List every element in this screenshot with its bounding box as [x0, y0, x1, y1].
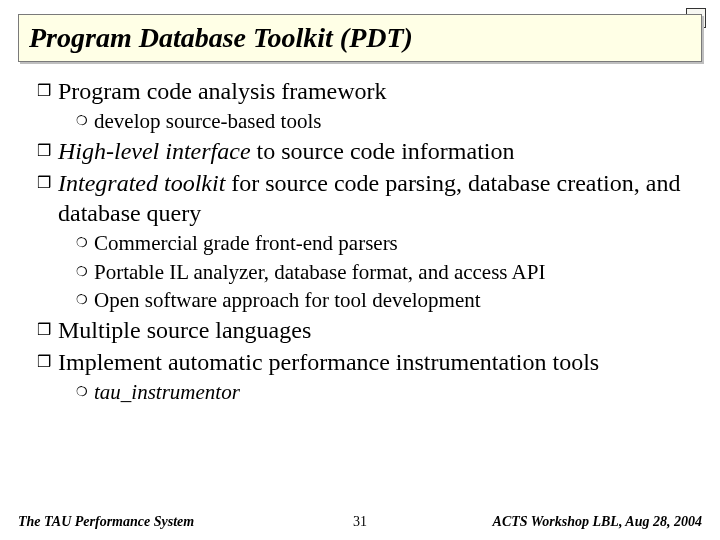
- sub-bullet-text: Portable IL analyzer, database format, a…: [94, 259, 692, 286]
- sub-bullet-item: ❍ Open software approach for tool develo…: [70, 287, 692, 314]
- title-box: Program Database Toolkit (PDT): [18, 14, 702, 62]
- slide-number: 31: [18, 514, 702, 530]
- circle-bullet-icon: ❍: [70, 379, 94, 401]
- square-bullet-icon: ❒: [30, 136, 58, 161]
- square-bullet-icon: ❒: [30, 76, 58, 101]
- sub-bullet-item: ❍ tau_instrumentor: [70, 379, 692, 406]
- bullet-item: ❒ Implement automatic performance instru…: [30, 347, 692, 377]
- bullet-text: High-level interface to source code info…: [58, 136, 692, 166]
- square-bullet-icon: ❒: [30, 347, 58, 372]
- bullet-text: Integrated toolkit for source code parsi…: [58, 168, 692, 228]
- circle-bullet-icon: ❍: [70, 287, 94, 309]
- square-bullet-icon: ❒: [30, 315, 58, 340]
- bullet-item: ❒ High-level interface to source code in…: [30, 136, 692, 166]
- footer: The TAU Performance System 31 ACTS Works…: [18, 510, 702, 530]
- bullet-text: Implement automatic performance instrume…: [58, 347, 692, 377]
- circle-bullet-icon: ❍: [70, 230, 94, 252]
- sub-bullet-text: Commercial grade front-end parsers: [94, 230, 692, 257]
- slide-title: Program Database Toolkit (PDT): [29, 22, 413, 54]
- square-bullet-icon: ❒: [30, 168, 58, 193]
- circle-bullet-icon: ❍: [70, 259, 94, 281]
- bullet-item: ❒ Program code analysis framework: [30, 76, 692, 106]
- bullet-text: Program code analysis framework: [58, 76, 692, 106]
- emphasis-text: High-level interface: [58, 138, 251, 164]
- slide: τ Program Database Toolkit (PDT) ❒ Progr…: [0, 0, 720, 540]
- circle-bullet-icon: ❍: [70, 108, 94, 130]
- sub-bullet-item: ❍ Portable IL analyzer, database format,…: [70, 259, 692, 286]
- bullet-item: ❒ Multiple source languages: [30, 315, 692, 345]
- sub-bullet-text: tau_instrumentor: [94, 379, 692, 406]
- sub-bullet-item: ❍ Commercial grade front-end parsers: [70, 230, 692, 257]
- slide-body: ❒ Program code analysis framework ❍ deve…: [30, 76, 692, 407]
- plain-text: to source code information: [251, 138, 515, 164]
- bullet-text: Multiple source languages: [58, 315, 692, 345]
- sub-bullet-item: ❍ develop source-based tools: [70, 108, 692, 135]
- emphasis-text: Integrated toolkit: [58, 170, 225, 196]
- sub-bullet-text: Open software approach for tool developm…: [94, 287, 692, 314]
- sub-bullet-text: develop source-based tools: [94, 108, 692, 135]
- bullet-item: ❒ Integrated toolkit for source code par…: [30, 168, 692, 228]
